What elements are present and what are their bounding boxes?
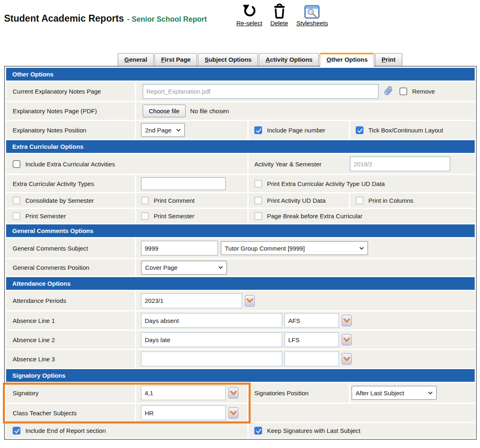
stylesheets-label: Stylesheets	[296, 20, 328, 27]
print-comment-label: Print Comment	[154, 197, 195, 204]
tickbox-layout-checkbox[interactable]	[356, 126, 363, 134]
top-bar: Student Academic Reports- Senior School …	[0, 0, 480, 29]
chevron-down-icon	[428, 392, 433, 394]
tab-print[interactable]: Print	[375, 53, 402, 66]
absence-line-1-code-input[interactable]	[285, 313, 339, 328]
paperclip-icon[interactable]	[384, 86, 394, 97]
section-header-attendance: Attendance Options	[6, 277, 475, 290]
delete-button[interactable]: Delete	[270, 2, 288, 27]
section-signatory-options: Signatory Options Signatory Signatories …	[6, 369, 475, 438]
print-activity-ud-label: Print Activity UD Data	[267, 197, 325, 204]
absence-line-3-code-input[interactable]	[285, 352, 339, 366]
current-notes-label: Current Explanatory Notes Page	[6, 82, 135, 101]
general-comments-position-label: General Comments Position	[6, 259, 135, 276]
section-header-signatory: Signatory Options	[6, 369, 475, 382]
include-extra-curricular-checkbox[interactable]	[13, 160, 20, 168]
absence-line-3-lookup-button[interactable]	[342, 353, 352, 365]
class-teacher-lookup-button[interactable]	[229, 407, 238, 419]
absence-line-2-label: Absence Line 2	[6, 331, 135, 349]
general-comments-subject-input[interactable]	[141, 241, 218, 255]
signatory-lookup-button[interactable]	[229, 387, 238, 399]
section-header-extra-curricular: Extra Curricular Options	[6, 140, 475, 153]
print-type-ud-checkbox	[254, 180, 262, 188]
notes-pdf-label: Explanatory Notes Page (PDF)	[6, 102, 135, 120]
activity-types-label: Extra Curricular Activity Types	[6, 175, 135, 192]
undo-icon	[242, 2, 257, 19]
row-absence-line-2: Absence Line 2	[6, 331, 475, 349]
absence-line-2-text-input[interactable]	[141, 332, 282, 347]
absence-line-2-lookup-button[interactable]	[342, 334, 352, 345]
class-teacher-subjects-input[interactable]	[141, 405, 226, 420]
signatories-position-label: Signatories Position	[249, 383, 349, 403]
print-in-columns-label: Print in Columns	[368, 197, 413, 204]
print-comment-checkbox	[141, 197, 149, 204]
absence-line-2-code-input[interactable]	[285, 332, 339, 347]
consolidate-by-semester-label: Consolidate by Semester	[25, 197, 94, 204]
keep-signatures-label: Keep Signatures with Last Subject	[267, 427, 360, 434]
page-break-label: Page Break before Extra Curricular	[267, 213, 362, 220]
chevron-down-icon	[176, 129, 181, 132]
attendance-periods-input[interactable]	[141, 293, 242, 308]
consolidate-by-semester-checkbox	[13, 197, 20, 204]
absence-line-3-label: Absence Line 3	[6, 350, 135, 368]
include-page-number-checkbox[interactable]	[254, 126, 262, 134]
activity-types-input[interactable]	[141, 177, 226, 190]
signatory-label: Signatory	[6, 383, 135, 403]
include-end-of-report-checkbox[interactable]	[13, 427, 20, 435]
row-class-teacher-subjects: Class Teacher Subjects	[6, 404, 475, 422]
report-subtitle: - Senior School Report	[127, 15, 207, 23]
stylesheets-button[interactable]: Stylesheets	[296, 2, 328, 27]
row-extra-checkboxes-2: Print Semester Print Semester Page Break…	[6, 209, 475, 223]
absence-line-1-text-input[interactable]	[141, 313, 282, 328]
absence-line-1-lookup-button[interactable]	[342, 315, 352, 326]
row-general-comments-position: General Comments Position Cover Page	[6, 259, 475, 276]
reselect-label: Re-select	[236, 20, 262, 27]
print-semester-1-label: Print Semester	[25, 213, 66, 220]
chevron-down-icon	[359, 247, 364, 250]
activity-year-semester-label: Activity Year & Semester	[254, 161, 321, 168]
activity-year-semester-input	[350, 157, 450, 171]
remove-checkbox[interactable]	[399, 87, 407, 95]
section-other-options: Other Options Current Explanatory Notes …	[6, 68, 475, 139]
row-attendance-periods: Attendance Periods	[6, 291, 475, 310]
chevron-down-icon	[343, 318, 350, 323]
section-attendance-options: Attendance Options Attendance Periods Ab…	[6, 277, 475, 368]
tab-first-page[interactable]: First Page	[155, 53, 197, 66]
reselect-button[interactable]: Re-select	[236, 2, 262, 27]
absence-line-3-text-input[interactable]	[141, 352, 282, 366]
file-chosen-status: No file chosen	[190, 108, 229, 114]
print-type-ud-label: Print Extra Curricular Activity Type UD …	[267, 180, 385, 187]
keep-signatures-checkbox[interactable]	[254, 427, 262, 435]
tab-activity-options[interactable]: Activity Options	[259, 53, 319, 66]
general-comments-subject-label: General Comments Subject	[6, 238, 135, 258]
notes-position-select[interactable]: 2nd Page	[141, 123, 185, 137]
attendance-periods-lookup-button[interactable]	[245, 295, 255, 307]
tab-other-options[interactable]: Other Options	[320, 53, 374, 67]
page-title: Student Academic Reports- Senior School …	[4, 10, 207, 25]
row-signatory: Signatory Signatories Position After Las…	[6, 383, 475, 403]
row-activity-types: Extra Curricular Activity Types Print Ex…	[6, 175, 475, 192]
signatories-position-select[interactable]: After Last Subject	[352, 386, 437, 400]
tab-bar: General First Page Subject Options Activ…	[118, 52, 480, 66]
chevron-down-icon	[230, 391, 237, 395]
print-semester-2-label: Print Semester	[154, 213, 194, 220]
section-header-other-options: Other Options	[6, 68, 475, 81]
tab-subject-options[interactable]: Subject Options	[198, 53, 258, 66]
section-header-general-comments: General Comments Options	[6, 224, 475, 237]
signatory-input[interactable]	[141, 385, 226, 400]
class-teacher-subjects-label: Class Teacher Subjects	[6, 404, 135, 422]
tickbox-layout-label: Tick Box/Continuum Layout	[368, 127, 443, 134]
tab-general[interactable]: General	[118, 53, 154, 66]
row-absence-line-1: Absence Line 1	[6, 311, 475, 329]
settings-panel: Other Options Current Explanatory Notes …	[4, 66, 477, 440]
general-comments-subject-select[interactable]: Tutor Group Comment [9999]	[221, 241, 368, 255]
row-explanatory-notes-pdf: Explanatory Notes Page (PDF) Choose file…	[6, 102, 475, 120]
choose-file-button[interactable]: Choose file	[143, 105, 186, 117]
notes-position-label: Explanatory Notes Position	[6, 121, 135, 139]
attendance-periods-label: Attendance Periods	[6, 291, 135, 310]
remove-label: Remove	[412, 88, 435, 95]
general-comments-position-select[interactable]: Cover Page	[141, 261, 227, 275]
current-notes-input	[143, 84, 379, 99]
absence-line-1-label: Absence Line 1	[6, 311, 135, 329]
section-general-comments-options: General Comments Options General Comment…	[6, 224, 475, 276]
